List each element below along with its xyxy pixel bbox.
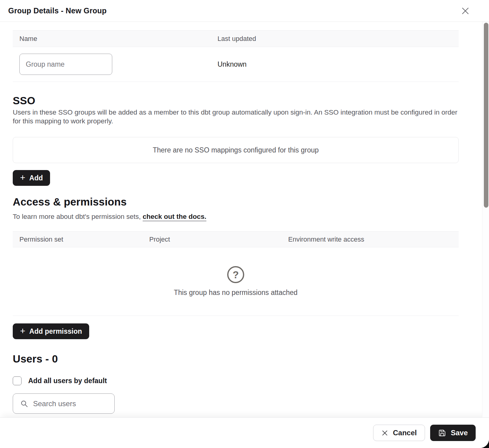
- column-header-environment-write-access: Environment write access: [288, 236, 364, 243]
- plus-icon: +: [20, 173, 25, 182]
- cancel-label: Cancel: [393, 429, 417, 437]
- search-icon: [20, 400, 28, 408]
- cancel-x-icon: [381, 430, 388, 436]
- permissions-heading: Access & permissions: [13, 196, 127, 208]
- add-permission-button[interactable]: + Add permission: [13, 323, 89, 339]
- cancel-button[interactable]: Cancel: [373, 425, 425, 441]
- scrollbar-thumb[interactable]: [484, 23, 488, 208]
- user-search-box: [13, 393, 115, 414]
- name-table-header-row: Name Last updated: [13, 30, 459, 47]
- close-button[interactable]: [459, 4, 472, 18]
- add-all-users-checkbox[interactable]: [13, 376, 22, 385]
- search-users-input[interactable]: [33, 400, 111, 408]
- last-updated-value: Unknown: [218, 60, 247, 69]
- add-sso-label: Add: [29, 174, 43, 182]
- sso-heading: SSO: [13, 95, 35, 107]
- permissions-empty-state: ? This group has no permissions attached: [13, 247, 459, 316]
- dialog-header: Group Details - New Group: [0, 0, 489, 22]
- plus-icon: +: [20, 326, 25, 336]
- add-permission-label: Add permission: [29, 327, 82, 336]
- permissions-table-header-row: Permission set Project Environment write…: [13, 231, 459, 247]
- add-all-users-row: Add all users by default: [13, 376, 107, 385]
- dialog-footer: Cancel Save: [0, 417, 489, 448]
- question-mark-icon: ?: [227, 266, 244, 283]
- save-label: Save: [451, 429, 468, 437]
- docs-link[interactable]: check out the docs.: [143, 213, 206, 220]
- scrollbar-track[interactable]: [482, 22, 489, 417]
- column-header-permission-set: Permission set: [19, 236, 63, 243]
- column-header-last-updated: Last updated: [218, 35, 256, 43]
- users-heading: Users - 0: [13, 353, 58, 365]
- group-name-input[interactable]: [19, 54, 112, 75]
- add-all-users-label: Add all users by default: [28, 377, 107, 385]
- sso-empty-message: There are no SSO mappings configured for…: [153, 146, 319, 154]
- permissions-description: To learn more about dbt's permission set…: [13, 212, 459, 221]
- save-floppy-icon: [438, 429, 446, 437]
- sso-description: Users in these SSO groups will be added …: [13, 108, 459, 125]
- permissions-description-text: To learn more about dbt's permission set…: [13, 213, 143, 220]
- question-mark-glyph: ?: [233, 270, 239, 280]
- add-sso-mapping-button[interactable]: + Add: [13, 170, 50, 186]
- permissions-empty-message: This group has no permissions attached: [174, 289, 298, 297]
- save-button[interactable]: Save: [430, 425, 476, 441]
- column-header-name: Name: [19, 35, 37, 43]
- name-table-row: Unknown: [13, 47, 459, 82]
- dialog-title: Group Details - New Group: [8, 6, 106, 15]
- sso-empty-state: There are no SSO mappings configured for…: [13, 137, 459, 163]
- column-header-project: Project: [149, 236, 170, 243]
- group-details-dialog: Group Details - New Group Name Last upda…: [0, 0, 489, 448]
- close-icon: [461, 6, 470, 15]
